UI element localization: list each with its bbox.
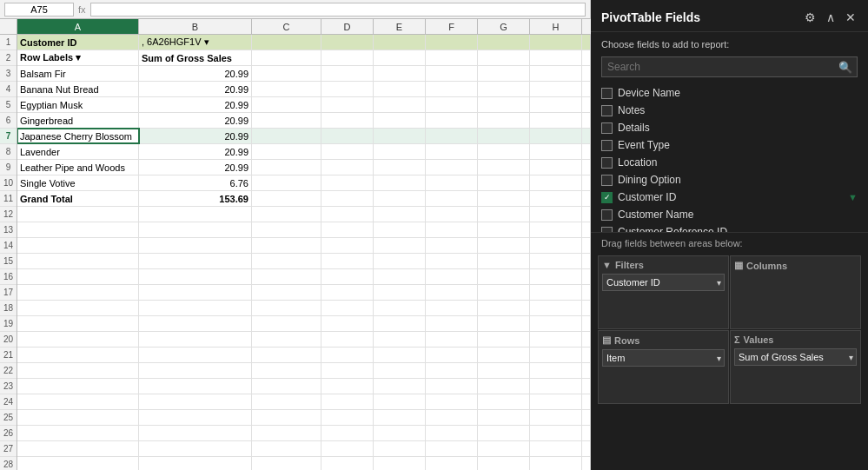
- rows-dropdown[interactable]: Item: [602, 349, 725, 367]
- field-checkbox-location[interactable]: [601, 157, 613, 169]
- rows-label: Rows: [614, 335, 639, 346]
- cell-b6[interactable]: 20.99: [139, 113, 252, 128]
- cell-c3: [252, 66, 321, 81]
- field-item-notes[interactable]: Notes: [591, 102, 868, 119]
- field-checkbox-customer-name[interactable]: [601, 209, 613, 221]
- cell-b3[interactable]: 20.99: [139, 66, 252, 81]
- cell-f4: [426, 82, 478, 96]
- name-box[interactable]: [4, 3, 74, 17]
- table-row: [17, 222, 590, 238]
- pivot-close-button[interactable]: ✕: [844, 9, 858, 26]
- cell-h1: [530, 35, 582, 50]
- cell-i9: [582, 160, 590, 175]
- col-header-b[interactable]: B: [139, 19, 252, 34]
- table-row: [17, 238, 590, 254]
- cell-e8: [374, 144, 426, 159]
- cell-e5: [374, 97, 426, 112]
- cell-g2: [478, 50, 530, 65]
- cell-d8: [321, 144, 374, 159]
- values-label: Values: [744, 334, 774, 345]
- cell-b7[interactable]: 20.99: [139, 129, 252, 143]
- row-num-24: 24: [0, 394, 17, 410]
- cell-b1[interactable]: , 6A26HGF1V ▾: [139, 35, 252, 50]
- field-item-dining-option[interactable]: Dining Option: [591, 171, 868, 189]
- cell-f2: [426, 50, 478, 65]
- field-item-customer-name[interactable]: Customer Name: [591, 206, 868, 223]
- table-row: [17, 348, 590, 363]
- cell-a10[interactable]: Single Votive: [17, 175, 139, 190]
- row-num-8: 8: [0, 144, 17, 160]
- field-item-location[interactable]: Location: [591, 154, 868, 171]
- cell-g9: [478, 160, 530, 175]
- table-row-filter: Customer ID , 6A26HGF1V ▾: [17, 35, 590, 50]
- col-header-g[interactable]: G: [478, 19, 530, 34]
- cell-e6: [374, 113, 426, 128]
- field-label-details: Details: [618, 122, 858, 134]
- pivot-area-rows: ▤ Rows Item: [598, 330, 729, 404]
- field-checkbox-dining-option[interactable]: [601, 175, 613, 186]
- col-header-d[interactable]: D: [321, 19, 374, 34]
- row-num-14: 14: [0, 238, 17, 254]
- row-num-28: 28: [0, 457, 17, 470]
- cell-b8[interactable]: 20.99: [139, 144, 252, 159]
- cell-c2: [252, 50, 321, 65]
- field-checkbox-device-name[interactable]: [601, 88, 613, 99]
- cell-a1[interactable]: Customer ID: [17, 35, 139, 50]
- field-item-customer-id[interactable]: Customer ID ▼: [591, 189, 868, 206]
- cell-a8[interactable]: Lavender: [17, 144, 139, 159]
- col-header-a[interactable]: A: [17, 19, 139, 34]
- row-num-4: 4: [0, 82, 17, 97]
- cell-a3[interactable]: Balsam Fir: [17, 66, 139, 81]
- pivot-collapse-button[interactable]: ∧: [825, 9, 837, 26]
- cell-b2: Sum of Gross Sales: [139, 50, 252, 65]
- pivot-area-rows-header: ▤ Rows: [602, 334, 725, 346]
- row-num-17: 17: [0, 285, 17, 301]
- cell-a4[interactable]: Banana Nut Bread: [17, 82, 139, 96]
- cell-e10: [374, 175, 426, 190]
- cell-b10[interactable]: 6.76: [139, 175, 252, 190]
- cell-i10: [582, 175, 590, 190]
- cell-b9[interactable]: 20.99: [139, 160, 252, 175]
- cell-g7: [478, 129, 530, 143]
- table-row: Lavender 20.99: [17, 144, 590, 160]
- cell-f11: [426, 191, 478, 206]
- cell-c6: [252, 113, 321, 128]
- col-header-e[interactable]: E: [374, 19, 426, 34]
- cell-h7: [530, 129, 582, 143]
- table-row: Balsam Fir 20.99: [17, 66, 590, 82]
- cell-a9[interactable]: Leather Pipe and Woods: [17, 160, 139, 175]
- cell-b4[interactable]: 20.99: [139, 82, 252, 96]
- cell-a6[interactable]: Gingerbread: [17, 113, 139, 128]
- pivot-fields-list[interactable]: Device Name Notes Details Event Type Loc…: [591, 81, 868, 233]
- field-checkbox-event-type[interactable]: [601, 140, 613, 151]
- field-label-customer-reference-id: Customer Reference ID: [618, 226, 858, 233]
- cell-a7[interactable]: Japanese Cherry Blossom: [17, 129, 139, 143]
- table-row: [17, 363, 590, 379]
- cell-b5[interactable]: 20.99: [139, 97, 252, 112]
- cell-f10: [426, 175, 478, 190]
- cell-a5[interactable]: Egyptian Musk: [17, 97, 139, 112]
- formula-input[interactable]: [90, 3, 586, 17]
- field-checkbox-customer-id[interactable]: [601, 192, 613, 203]
- field-item-customer-reference-id[interactable]: Customer Reference ID: [591, 223, 868, 233]
- field-checkbox-notes[interactable]: [601, 105, 613, 116]
- filters-dropdown[interactable]: Customer ID: [602, 274, 725, 291]
- col-header-f[interactable]: F: [426, 19, 478, 34]
- field-item-device-name[interactable]: Device Name: [591, 84, 868, 102]
- table-row: [17, 254, 590, 269]
- field-item-event-type[interactable]: Event Type: [591, 136, 868, 154]
- pivot-settings-button[interactable]: ⚙: [803, 9, 818, 26]
- cell-f7: [426, 129, 478, 143]
- field-item-details[interactable]: Details: [591, 119, 868, 136]
- pivot-search-input[interactable]: [601, 56, 858, 77]
- cell-e11: [374, 191, 426, 206]
- field-checkbox-customer-reference-id[interactable]: [601, 227, 613, 234]
- col-header-c[interactable]: C: [252, 19, 321, 34]
- cell-h5: [530, 97, 582, 112]
- field-checkbox-details[interactable]: [601, 122, 613, 134]
- formula-separator: fx: [78, 4, 86, 15]
- columns-icon: ▦: [734, 260, 743, 271]
- values-dropdown[interactable]: Sum of Gross Sales: [734, 348, 857, 366]
- col-header-h[interactable]: H: [530, 19, 582, 34]
- row-num-3: 3: [0, 66, 17, 82]
